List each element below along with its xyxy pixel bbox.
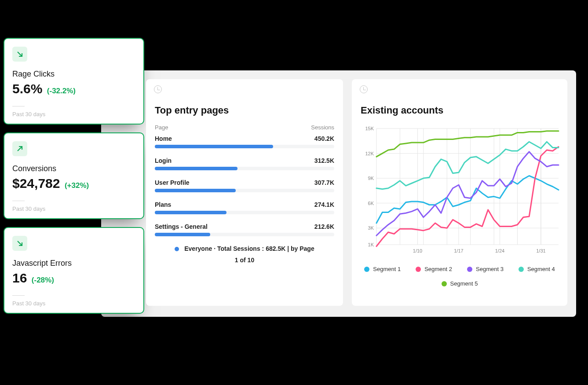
legend-item[interactable]: Segment 2 <box>416 266 452 272</box>
session-count: 312.5K <box>314 157 334 164</box>
session-count: 450.2K <box>314 135 334 142</box>
bar-fill <box>155 189 236 192</box>
bar-track <box>155 189 334 192</box>
kpi-title: Conversions <box>12 164 135 173</box>
session-count: 307.7K <box>314 179 334 186</box>
kpi-card-js-errors[interactable]: Javascript Errors 16 (-28%) Past 30 days <box>4 227 144 314</box>
trend-down-icon <box>12 47 27 62</box>
kpi-value: $24,782 <box>12 176 60 191</box>
bar-track <box>155 145 334 148</box>
kpi-card-conversions[interactable]: Conversions $24,782 (+32%) Past 30 days <box>4 132 144 219</box>
existing-accounts-panel: Existing accounts 1K3K6K9K12K15K1/101/17… <box>352 79 567 306</box>
svg-text:9K: 9K <box>368 176 374 181</box>
kpi-title: Javascript Errors <box>12 259 135 268</box>
legend-label: Segment 4 <box>527 266 555 272</box>
legend-item[interactable]: Segment 3 <box>467 266 504 272</box>
svg-text:1/10: 1/10 <box>413 248 422 253</box>
legend-label: Segment 5 <box>450 280 478 287</box>
legend-dot-icon <box>364 267 369 272</box>
bar-track <box>155 233 334 236</box>
svg-text:1/17: 1/17 <box>454 248 463 253</box>
legend-dot-icon <box>416 267 421 272</box>
svg-text:6K: 6K <box>368 201 374 206</box>
svg-text:15K: 15K <box>365 126 374 131</box>
legend-item[interactable]: Segment 5 <box>442 280 478 287</box>
svg-text:1/24: 1/24 <box>495 248 504 253</box>
legend-item[interactable]: Segment 1 <box>364 266 401 272</box>
legend-label: Segment 1 <box>373 266 401 272</box>
col-sessions: Sessions <box>311 124 334 131</box>
svg-text:1K: 1K <box>368 242 374 247</box>
bar-track <box>155 211 334 214</box>
table-row[interactable]: Plans274.1K <box>155 201 334 214</box>
bar-fill <box>155 167 237 170</box>
kpi-delta: (-32.2%) <box>47 87 76 95</box>
page-name: Settings - General <box>155 223 208 230</box>
session-count: 274.1K <box>314 201 334 208</box>
table-row[interactable]: Settings - General212.6K <box>155 223 334 236</box>
legend-dot-icon <box>175 247 179 251</box>
session-count: 212.6K <box>314 223 334 230</box>
chart-legend: Segment 1 Segment 2 Segment 3 Segment 4 … <box>361 266 559 287</box>
kpi-period: Past 30 days <box>12 201 135 212</box>
kpi-title: Rage Clicks <box>12 70 135 79</box>
bar-fill <box>155 145 273 148</box>
legend-label: Segment 3 <box>476 266 504 272</box>
kpi-delta: (+32%) <box>65 181 89 190</box>
clock-icon <box>154 85 162 93</box>
trend-down-icon <box>12 236 27 251</box>
table-row[interactable]: Home450.2K <box>155 135 334 148</box>
clock-icon <box>360 85 368 93</box>
table-body: Home450.2KLogin312.5KUser Profile307.7KP… <box>155 135 334 236</box>
legend-dot-icon <box>519 267 524 272</box>
kpi-card-rage-clicks[interactable]: Rage Clicks 5.6% (-32.2%) Past 30 days <box>4 38 144 125</box>
col-page: Page <box>155 124 168 131</box>
bar-fill <box>155 211 226 214</box>
legend-item[interactable]: Segment 4 <box>519 266 555 272</box>
kpi-delta: (-28%) <box>32 276 54 284</box>
top-entry-pages-panel: Top entry pages Page Sessions Home450.2K… <box>146 79 343 306</box>
panel-title: Existing accounts <box>361 105 559 116</box>
bar-fill <box>155 233 210 236</box>
bar-track <box>155 167 334 170</box>
page-name: User Profile <box>155 179 190 186</box>
kpi-value: 16 <box>12 271 27 286</box>
panel-title: Top entry pages <box>155 105 334 116</box>
legend-dot-icon <box>467 267 472 272</box>
kpi-period: Past 30 days <box>12 106 135 117</box>
table-header: Page Sessions <box>155 124 334 131</box>
table-row[interactable]: Login312.5K <box>155 157 334 170</box>
table-summary: Everyone · Total Sessions : 682.5K | by … <box>155 245 334 252</box>
summary-text: Everyone · Total Sessions : 682.5K | by … <box>184 245 314 252</box>
page-name: Home <box>155 135 172 142</box>
kpi-value: 5.6% <box>12 81 42 96</box>
kpi-stack: Rage Clicks 5.6% (-32.2%) Past 30 days C… <box>4 38 144 314</box>
legend-label: Segment 2 <box>424 266 452 272</box>
pagination[interactable]: 1 of 10 <box>155 257 334 264</box>
table-row[interactable]: User Profile307.7K <box>155 179 334 192</box>
svg-text:3K: 3K <box>368 225 374 231</box>
legend-dot-icon <box>442 281 447 286</box>
svg-text:12K: 12K <box>365 151 374 156</box>
svg-text:1/31: 1/31 <box>536 248 545 253</box>
trend-up-icon <box>12 141 27 156</box>
page-name: Plans <box>155 201 171 208</box>
line-chart: 1K3K6K9K12K15K1/101/171/241/31 <box>361 124 563 256</box>
kpi-period: Past 30 days <box>12 295 135 307</box>
page-name: Login <box>155 157 172 164</box>
